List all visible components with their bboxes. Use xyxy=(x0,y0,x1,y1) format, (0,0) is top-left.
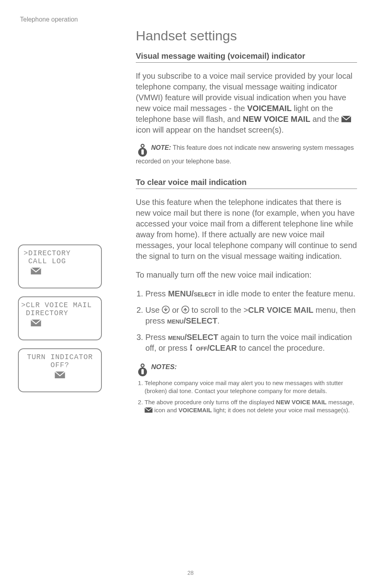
voicemail-strong: VOICEMAIL xyxy=(179,407,212,413)
note-item-1: Telephone company voice mail may alert y… xyxy=(145,379,357,395)
new-voice-mail-strong: NEW VOICE MAIL xyxy=(276,399,327,405)
select-key: /SELECT xyxy=(185,333,218,342)
menu-key: MENU/ xyxy=(168,289,194,298)
lcd-screen-1: >DIRECTORY CALL LOG xyxy=(18,244,102,288)
text: message, xyxy=(327,399,354,405)
menu-key: menu xyxy=(167,316,183,325)
text: to scroll to the > xyxy=(189,306,248,314)
section-heading-clear: To clear voice mail indication xyxy=(136,178,357,189)
mail-icon xyxy=(341,116,351,122)
clear-paragraph-1: Use this feature when the telephone indi… xyxy=(136,197,357,262)
text: icon will appear on the handset screen(s… xyxy=(136,125,284,134)
steps-list: Press MENU/select in idle mode to enter … xyxy=(136,288,357,354)
sidebar: >DIRECTORY CALL LOG >CLR VOICE MAIL DIRE… xyxy=(18,244,102,400)
up-arrow-icon xyxy=(181,306,189,314)
handset-icon xyxy=(190,344,196,352)
select-key: select xyxy=(194,289,216,298)
step-2: Use or to scroll to the >CLR VOICE MAIL … xyxy=(145,305,357,326)
lcd-line: DIRECTORY xyxy=(21,309,99,317)
select-key: /SELECT xyxy=(184,316,217,325)
lcd-screen-3: TURN INDICATOR OFF? xyxy=(18,348,102,392)
clear-paragraph-2: To manually turn off the new voice mail … xyxy=(136,270,357,280)
vmwi-paragraph: If you subscribe to a voice mail service… xyxy=(136,71,357,135)
page-title: Handset settings xyxy=(136,28,357,44)
svg-point-12 xyxy=(142,364,144,366)
info-icon xyxy=(136,143,149,157)
svg-rect-3 xyxy=(141,149,144,155)
text: light; it does not delete your voice mai… xyxy=(212,407,349,413)
breadcrumb: Telephone operation xyxy=(20,16,357,23)
mail-icon xyxy=(55,371,65,378)
info-icon xyxy=(136,363,149,377)
lcd-line: >CLR VOICE MAIL xyxy=(21,301,99,309)
text: in idle mode to enter the feature menu. xyxy=(216,289,355,298)
page-number: 28 xyxy=(0,570,381,576)
lcd-line: TURN INDICATOR xyxy=(21,353,99,361)
text: or xyxy=(170,306,181,314)
note-block: NOTE: This feature does not indicate new… xyxy=(136,143,357,166)
note-item-2: The above procedure only turns off the d… xyxy=(145,398,357,415)
text: Press xyxy=(145,289,168,298)
section-heading-vmwi: Visual message waiting (voicemail) indic… xyxy=(136,52,357,63)
mail-icon xyxy=(31,268,41,274)
mail-icon xyxy=(145,407,153,413)
text: and the xyxy=(310,115,341,123)
lcd-line: OFF? xyxy=(21,361,99,369)
lcd-line: CALL LOG xyxy=(24,257,99,265)
text: to cancel the procedure. xyxy=(237,344,325,352)
new-voice-mail-strong: NEW VOICE MAIL xyxy=(243,115,310,123)
step-3: Press menu/SELECT again to turn the voic… xyxy=(145,332,357,354)
step-1: Press MENU/select in idle mode to enter … xyxy=(145,288,357,299)
menu-key: menu xyxy=(168,333,185,342)
text: Press xyxy=(145,333,168,342)
text: The above procedure only turns off the d… xyxy=(145,399,276,405)
voicemail-strong: VOICEMAIL xyxy=(247,104,292,113)
notes-label: NOTES: xyxy=(151,363,177,371)
text: . xyxy=(217,316,220,325)
lcd-screen-2: >CLR VOICE MAIL DIRECTORY xyxy=(18,296,102,340)
mail-icon xyxy=(31,320,41,326)
svg-point-4 xyxy=(142,145,144,147)
text: Use xyxy=(145,306,162,314)
clr-voice-mail-strong: CLR VOICE MAIL xyxy=(248,306,313,314)
svg-rect-11 xyxy=(141,369,144,374)
off-key: off xyxy=(196,344,207,352)
note-label: NOTE: xyxy=(151,144,171,151)
text: icon and xyxy=(153,407,179,413)
down-arrow-icon xyxy=(162,306,170,314)
notes-block: NOTES: Telephone company voice mail may … xyxy=(136,363,357,415)
clear-key: /CLEAR xyxy=(207,344,237,352)
lcd-line: >DIRECTORY xyxy=(24,249,99,257)
